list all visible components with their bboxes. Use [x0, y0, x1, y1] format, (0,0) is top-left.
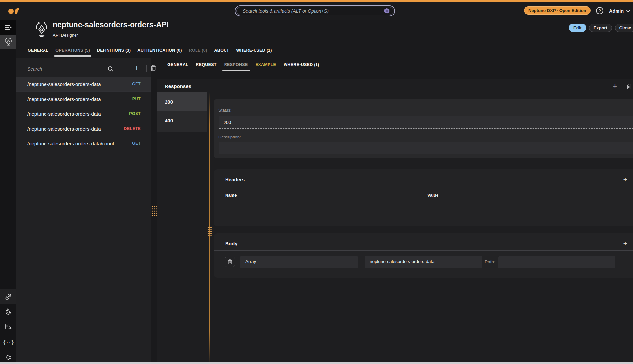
global-search-input[interactable]: [243, 8, 384, 14]
main-tab-bar: GENERAL OPERATIONS (5) DEFINITIONS (3) A…: [28, 48, 272, 56]
page-title: neptune-salesorders-orders-API: [53, 20, 168, 29]
neptune-logo-icon[interactable]: [8, 7, 21, 15]
status-field[interactable]: 200: [219, 116, 633, 129]
user-menu[interactable]: Admin: [609, 8, 630, 14]
description-label: Description:: [218, 135, 241, 139]
operation-row[interactable]: /neptune-salesorders-orders-data/count G…: [16, 136, 151, 151]
method-badge: GET: [132, 141, 141, 146]
navigator-icon[interactable]: [0, 20, 16, 35]
status-label: Status:: [218, 108, 231, 113]
operation-row[interactable]: /neptune-salesorders-orders-data DELETE: [16, 121, 151, 136]
response-form: Status: 200 Description:: [214, 99, 633, 158]
response-code-400[interactable]: 400: [157, 111, 207, 130]
headers-title: Headers: [225, 177, 245, 182]
operations-list: /neptune-salesorders-orders-data GET /ne…: [16, 77, 151, 151]
tab-definitions[interactable]: DEFINITIONS (3): [97, 48, 131, 56]
add-response-button[interactable]: +: [611, 82, 619, 90]
body-title: Body: [225, 241, 238, 246]
tab-authentication[interactable]: AUTHENTICATION (0): [137, 48, 182, 56]
top-bar: Neptune DXP - Open Edition ? Admin: [0, 2, 633, 20]
body-type-value: Array: [245, 259, 256, 264]
user-menu-label: Admin: [609, 8, 624, 14]
operation-path: /neptune-salesorders-orders-data: [27, 111, 129, 117]
operation-row[interactable]: /neptune-salesorders-orders-data GET: [16, 77, 151, 92]
global-search: [235, 5, 395, 16]
body-path-field[interactable]: [498, 256, 615, 268]
api-designer-header-icon: [34, 22, 49, 37]
tab-about[interactable]: ABOUT: [214, 48, 229, 56]
app-window: Neptune DXP - Open Edition ? Admin: [0, 0, 633, 364]
path-label: Path:: [485, 259, 495, 264]
toolbar-divider: [622, 83, 622, 90]
row-divider: [214, 202, 633, 202]
method-badge: PUT: [132, 97, 141, 101]
product-badge: Neptune DXP - Open Edition: [524, 6, 591, 15]
operations-search-input[interactable]: [27, 66, 108, 72]
method-badge: DELETE: [124, 126, 141, 131]
edit-button[interactable]: Edit: [569, 24, 586, 32]
tab-general[interactable]: GENERAL: [28, 48, 48, 56]
operation-path: /neptune-salesorders-orders-data: [27, 81, 132, 87]
operations-panel: + /neptune-salesorders-orders-data GET /…: [16, 58, 151, 364]
refresh-icon[interactable]: [0, 304, 16, 319]
body-type-select[interactable]: Array: [240, 256, 358, 268]
window-bottom-edge: [0, 362, 633, 364]
response-code-list: 200 400: [157, 92, 207, 132]
api-designer-icon[interactable]: [0, 35, 16, 49]
header-actions: Edit Export Close: [569, 24, 633, 32]
add-header-button[interactable]: +: [621, 176, 629, 184]
detail-tab-response[interactable]: RESPONSE: [224, 62, 248, 70]
app-tester-icon[interactable]: [0, 319, 16, 334]
detail-tab-request[interactable]: REQUEST: [196, 62, 217, 70]
add-operation-button[interactable]: +: [133, 64, 141, 72]
method-badge: GET: [132, 82, 141, 86]
operation-path: /neptune-salesorders-orders-data: [27, 126, 124, 132]
responses-title: Responses: [165, 83, 191, 89]
operation-path: /neptune-salesorders-orders-data/count: [27, 141, 132, 146]
splitter-grip[interactable]: [207, 226, 212, 237]
row-divider: [214, 273, 633, 273]
tab-where-used[interactable]: WHERE-USED (1): [236, 48, 272, 56]
delete-response-button[interactable]: [626, 83, 633, 90]
close-button[interactable]: Close: [615, 24, 633, 32]
headers-card: Headers + Name Value: [214, 169, 633, 226]
body-definition-select[interactable]: neptune-salesorders-orders-data: [365, 256, 482, 268]
chevron-down-icon: [626, 10, 630, 12]
operation-row[interactable]: /neptune-salesorders-orders-data PUT: [16, 92, 151, 106]
operations-search: [27, 64, 114, 74]
delete-body-button[interactable]: [225, 257, 235, 267]
toolbar-divider: [146, 65, 147, 72]
card-divider: [214, 187, 633, 187]
export-button[interactable]: Export: [589, 24, 612, 32]
operation-path: /neptune-salesorders-orders-data: [27, 96, 132, 102]
header-value-column: Value: [427, 193, 438, 197]
help-icon[interactable]: ?: [596, 7, 603, 14]
page-subtitle: API Designer: [53, 33, 78, 38]
link-icon[interactable]: [0, 289, 16, 304]
section-divider: [157, 92, 633, 92]
splitter-grip[interactable]: [151, 205, 157, 217]
operation-row[interactable]: /neptune-salesorders-orders-data POST: [16, 106, 151, 121]
add-body-button[interactable]: +: [621, 240, 629, 248]
tab-role: ROLE (0): [189, 48, 207, 56]
code-icon[interactable]: {··}: [0, 335, 16, 349]
body-definition-value: neptune-salesorders-orders-data: [370, 259, 435, 264]
detail-tab-example[interactable]: EXAMPLE: [256, 62, 276, 70]
response-code-200[interactable]: 200: [157, 92, 207, 111]
card-divider: [214, 250, 633, 251]
assistant-icon[interactable]: [384, 8, 390, 14]
detail-tab-bar: GENERAL REQUEST RESPONSE EXAMPLE WHERE-U…: [167, 62, 319, 70]
left-sidebar: {··}: [0, 20, 16, 364]
description-field[interactable]: [219, 142, 633, 154]
status-value: 200: [224, 120, 231, 125]
detail-tab-general[interactable]: GENERAL: [167, 62, 188, 70]
method-badge: POST: [129, 111, 141, 116]
detail-tab-where-used[interactable]: WHERE-USED (1): [284, 62, 319, 70]
search-icon: [108, 66, 114, 72]
header-name-column: Name: [225, 193, 237, 197]
body-card: Body + Array neptune-salesorders-orders-…: [214, 233, 633, 278]
tab-operations[interactable]: OPERATIONS (5): [55, 48, 90, 56]
